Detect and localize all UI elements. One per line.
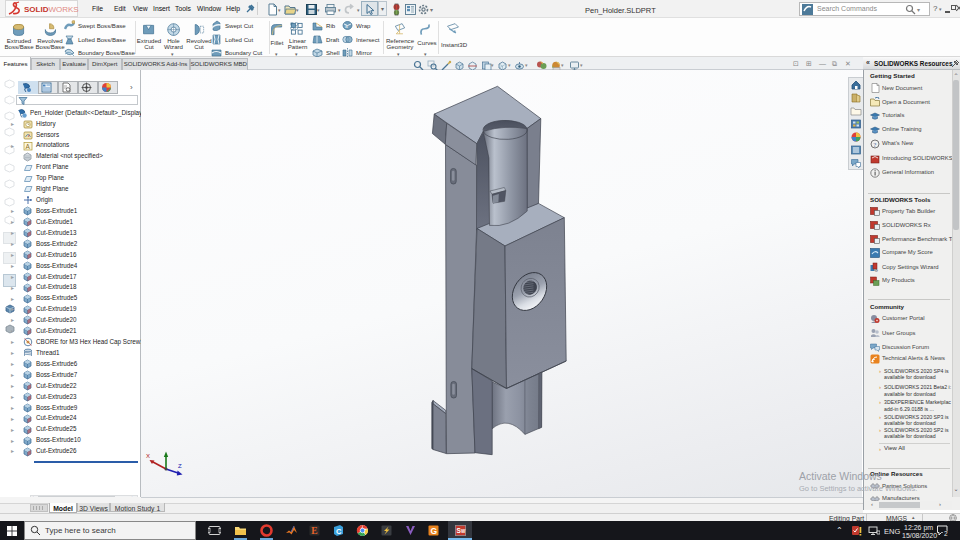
svg-text:2: 2 [944,530,948,537]
svg-text:G: G [430,526,437,536]
svg-text:SW: SW [457,527,466,534]
svg-text:⚙: ⚙ [875,268,879,273]
svg-text:?: ? [873,140,876,148]
svg-text:Z: Z [178,463,182,469]
svg-text:C: C [336,527,342,536]
svg-text:E: E [311,526,317,536]
svg-text:X: X [146,453,150,459]
